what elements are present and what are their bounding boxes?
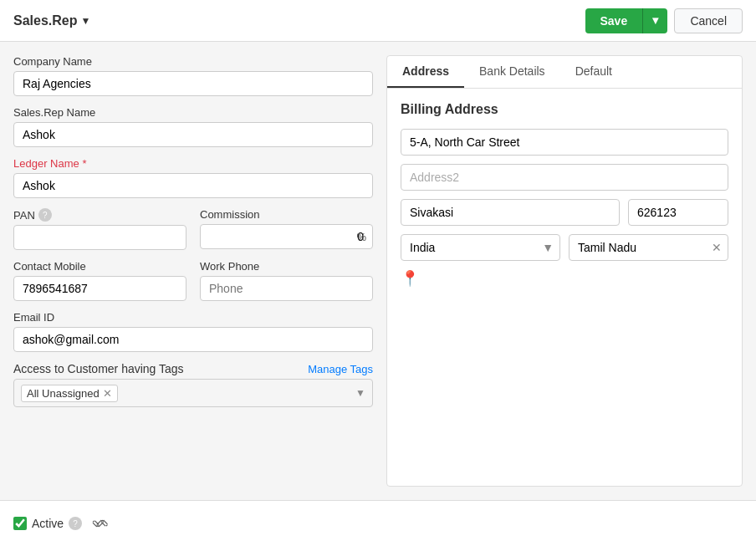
company-name-input[interactable]	[13, 71, 373, 96]
main-content: Company Name Sales.Rep Name Ledger Name …	[0, 42, 756, 500]
contact-work-row: Contact Mobile Work Phone	[13, 260, 373, 301]
tag-chip-remove[interactable]: ✕	[103, 387, 112, 400]
state-clear-button[interactable]: ✕	[712, 241, 722, 254]
address1-input[interactable]	[401, 129, 728, 156]
save-button-group: Save ▼	[585, 8, 668, 33]
tag-chip-label: All Unassigned	[27, 387, 100, 400]
percent-symbol: %	[356, 231, 366, 243]
page-title: Sales.Rep	[13, 13, 77, 28]
pan-input[interactable]	[13, 225, 186, 250]
ledger-name-input[interactable]	[13, 173, 373, 198]
tab-default[interactable]: Default	[560, 56, 627, 88]
left-panel: Company Name Sales.Rep Name Ledger Name …	[13, 55, 373, 487]
email-label: Email ID	[13, 311, 373, 324]
company-name-label: Company Name	[13, 55, 373, 68]
ledger-name-group: Ledger Name *	[13, 157, 373, 198]
pan-label-row: PAN ?	[13, 208, 186, 222]
sales-rep-name-input[interactable]	[13, 122, 373, 147]
save-button[interactable]: Save	[585, 8, 643, 33]
location-icon[interactable]: 📍	[401, 270, 419, 287]
commission-input[interactable]	[200, 224, 373, 249]
commission-group: Commission %	[200, 208, 373, 250]
address-tabs: Address Bank Details Default	[387, 56, 742, 89]
cancel-button[interactable]: Cancel	[674, 8, 743, 33]
email-group: Email ID	[13, 311, 373, 352]
manage-tags-link[interactable]: Manage Tags	[308, 363, 373, 375]
contact-mobile-group: Contact Mobile	[13, 260, 186, 301]
right-panel: Address Bank Details Default Billing Add…	[386, 55, 743, 487]
country-select-wrapper: India ▼	[401, 234, 560, 261]
company-name-group: Company Name	[13, 55, 373, 96]
tags-input-wrapper[interactable]: All Unassigned ✕ ▼	[13, 379, 373, 407]
required-star: *	[82, 157, 86, 170]
city-input[interactable]	[401, 199, 620, 226]
sales-rep-name-group: Sales.Rep Name	[13, 106, 373, 147]
pan-help-icon[interactable]: ?	[38, 208, 52, 222]
billing-title: Billing Address	[401, 102, 728, 117]
state-input-wrapper: ✕	[569, 234, 728, 261]
country-state-row: India ▼ ✕	[401, 234, 728, 261]
work-phone-input[interactable]	[200, 276, 373, 301]
ledger-name-label-text: Ledger Name	[13, 157, 79, 170]
tags-section: Access to Customer having Tags Manage Ta…	[13, 362, 373, 407]
state-input[interactable]	[569, 234, 728, 261]
ledger-name-label: Ledger Name *	[13, 157, 373, 170]
tags-label-row: Access to Customer having Tags Manage Ta…	[13, 362, 373, 375]
sales-rep-name-label: Sales.Rep Name	[13, 106, 373, 119]
contact-mobile-label: Contact Mobile	[13, 260, 186, 273]
save-dropdown-button[interactable]: ▼	[642, 8, 667, 33]
tab-address[interactable]: Address	[387, 56, 464, 88]
work-phone-label: Work Phone	[200, 260, 373, 273]
tag-chip: All Unassigned ✕	[21, 385, 118, 402]
contact-mobile-input[interactable]	[13, 276, 186, 301]
commission-input-wrapper: %	[200, 224, 373, 249]
tab-address-content: Billing Address India ▼ ✕ 📍	[387, 89, 742, 301]
zip-input[interactable]	[628, 199, 728, 226]
pan-label: PAN	[13, 209, 35, 222]
tags-label: Access to Customer having Tags	[13, 362, 184, 375]
tags-dropdown-arrow[interactable]: ▼	[355, 387, 365, 399]
country-select[interactable]: India	[401, 234, 560, 261]
city-zip-row	[401, 199, 728, 226]
page-title-area: Sales.Rep ▼	[13, 13, 90, 28]
tab-bank-details[interactable]: Bank Details	[464, 56, 560, 88]
commission-label: Commission	[200, 208, 373, 221]
address2-input[interactable]	[401, 164, 728, 191]
top-bar: Sales.Rep ▼ Save ▼ Cancel	[0, 0, 756, 42]
work-phone-group: Work Phone	[200, 260, 373, 301]
email-input[interactable]	[13, 327, 373, 352]
pan-group: PAN ?	[13, 208, 186, 250]
title-dropdown-icon[interactable]: ▼	[80, 15, 90, 27]
header-actions: Save ▼ Cancel	[585, 8, 743, 33]
pan-commission-row: PAN ? Commission %	[13, 208, 373, 250]
